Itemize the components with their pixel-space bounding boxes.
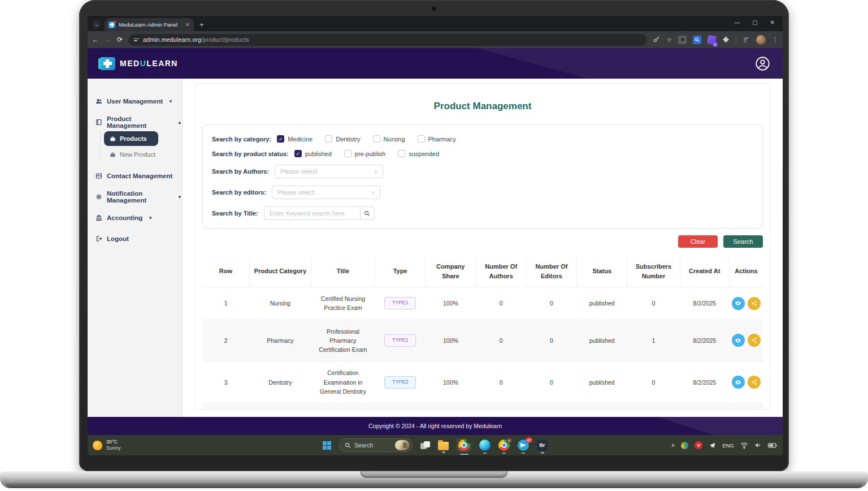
browser-toolbar: ← → ⟳ admin.medulearn.org/product/produc… bbox=[88, 31, 783, 48]
sidebar-item-contact-management[interactable]: Contact Management bbox=[96, 169, 182, 183]
taskbar-weather-widget[interactable]: 30°C Sunny bbox=[93, 439, 121, 452]
webcam-dot bbox=[432, 6, 437, 11]
product-management-submenu: Products New Product bbox=[100, 131, 182, 162]
col-created-at: Created At bbox=[680, 256, 729, 287]
browser-tab-active[interactable]: MeduLearn Admin Panel ✕ bbox=[105, 18, 194, 31]
address-bar[interactable]: admin.medulearn.org/product/products bbox=[128, 34, 647, 46]
chrome-button-active[interactable] bbox=[457, 438, 471, 452]
back-button[interactable]: ← bbox=[92, 36, 99, 44]
laptop-mockup: ⌄ MeduLearn Admin Panel ✕ + — ▢ ✕ ← → ⟳ bbox=[0, 0, 868, 491]
search-extension-icon[interactable] bbox=[693, 36, 701, 44]
file-explorer-button[interactable] bbox=[438, 441, 449, 450]
browser-tabstrip: ⌄ MeduLearn Admin Panel ✕ + — ▢ ✕ bbox=[88, 16, 783, 31]
forward-button[interactable]: → bbox=[105, 36, 111, 44]
browser-profile-avatar[interactable] bbox=[756, 35, 766, 45]
checkbox-icon[interactable] bbox=[398, 150, 405, 157]
tab-close-icon[interactable]: ✕ bbox=[185, 21, 190, 28]
reading-list-icon[interactable] bbox=[743, 36, 750, 44]
sidebar-label: Contact Management bbox=[107, 173, 172, 179]
window-maximize-button[interactable]: ▢ bbox=[752, 19, 757, 25]
chrome-profile2-button[interactable]: A bbox=[498, 440, 510, 451]
sidebar-item-user-management[interactable]: User Management ▼ bbox=[96, 94, 182, 108]
checkbox-medicine[interactable]: ✓Medicine bbox=[277, 135, 313, 143]
taskbar-search[interactable]: Search bbox=[339, 438, 413, 452]
extensions-puzzle-icon[interactable] bbox=[722, 36, 730, 44]
clear-button[interactable]: Clear bbox=[678, 235, 718, 248]
checkbox-published[interactable]: ✓published bbox=[294, 150, 332, 157]
browser-br-button[interactable]: Br bbox=[537, 440, 548, 451]
profile-icon[interactable] bbox=[755, 56, 770, 71]
tray-chevron-up-icon[interactable]: ∧ bbox=[671, 442, 675, 448]
chrome-profile-badge bbox=[466, 438, 472, 443]
title-search-input[interactable] bbox=[264, 206, 360, 220]
telegram-badge: 47 bbox=[526, 437, 532, 443]
site-settings-icon[interactable] bbox=[134, 38, 139, 41]
checkbox-dentistry[interactable]: Dentistry bbox=[325, 135, 360, 143]
bank-icon bbox=[96, 214, 102, 221]
wifi-icon[interactable] bbox=[740, 442, 748, 449]
sidebar-item-notification-management[interactable]: Notification Management ▼ bbox=[96, 190, 182, 204]
checkbox-icon[interactable] bbox=[373, 135, 380, 143]
edge-button[interactable] bbox=[479, 440, 491, 451]
authors-select[interactable]: Please select∨ bbox=[275, 165, 383, 178]
sidebar-item-products[interactable]: Products bbox=[104, 131, 158, 146]
share-button[interactable] bbox=[748, 376, 761, 389]
window-minimize-button[interactable]: — bbox=[734, 19, 740, 25]
col-type: Type bbox=[375, 256, 426, 287]
weather-temp: 30°C bbox=[106, 439, 121, 445]
telegram-button[interactable]: 47 bbox=[518, 440, 529, 451]
checkbox-pharmacy[interactable]: Pharmacy bbox=[418, 135, 457, 143]
task-view-button[interactable] bbox=[420, 441, 430, 449]
medulearn-logo[interactable]: MEDULEARN bbox=[100, 57, 178, 70]
share-button[interactable] bbox=[748, 334, 761, 347]
sidebar-item-new-product[interactable]: New Product bbox=[104, 147, 182, 162]
speaker-icon[interactable] bbox=[754, 442, 762, 449]
share-button[interactable] bbox=[748, 297, 761, 310]
tray-app-icon[interactable] bbox=[681, 442, 688, 449]
sidebar-label: Product Management bbox=[107, 115, 172, 129]
sidebar-item-product-management[interactable]: Product Management ▲ bbox=[96, 115, 182, 129]
language-indicator[interactable]: ENG bbox=[722, 442, 734, 449]
battery-icon[interactable] bbox=[768, 442, 777, 449]
bookmark-star-icon[interactable]: ☆ bbox=[666, 36, 672, 44]
sidebar-item-logout[interactable]: Logout bbox=[96, 232, 182, 246]
sidebar-item-accounting[interactable]: Accounting ▼ bbox=[96, 211, 182, 225]
reload-button[interactable]: ⟳ bbox=[117, 36, 123, 44]
view-button[interactable] bbox=[732, 334, 745, 347]
search-button[interactable]: Search bbox=[723, 235, 763, 248]
checkbox-pre-publish[interactable]: pre-publish bbox=[344, 150, 385, 157]
edge-icon bbox=[479, 440, 491, 451]
laptop-screen-bezel: ⌄ MeduLearn Admin Panel ✕ + — ▢ ✕ ← → ⟳ bbox=[79, 0, 789, 471]
window-close-button[interactable]: ✕ bbox=[770, 19, 775, 25]
checkbox-icon[interactable] bbox=[418, 135, 425, 143]
editors-select[interactable]: Please select∨ bbox=[272, 186, 380, 199]
type-badge: TYPE1 bbox=[384, 334, 416, 347]
title-search-button[interactable] bbox=[360, 206, 375, 220]
filter-label: Search by Authors: bbox=[212, 168, 269, 175]
checkbox-icon[interactable]: ✓ bbox=[294, 150, 302, 157]
checkbox-icon[interactable]: ✓ bbox=[277, 135, 284, 143]
share-nodes-icon bbox=[751, 337, 757, 343]
start-button[interactable] bbox=[323, 441, 331, 450]
type-badge: TYPE1 bbox=[384, 297, 416, 309]
filter-label: Search by product status: bbox=[212, 150, 289, 157]
app-footer: Copyright © 2024 - All right reserved by… bbox=[88, 417, 783, 435]
tray-antivirus-icon[interactable]: V bbox=[695, 441, 702, 449]
table-row: 3 Dentistry Certification Examination in… bbox=[202, 361, 763, 403]
table-header-row: Row Product Category Title Type Company … bbox=[202, 256, 763, 287]
tab-search-icon[interactable]: ⌄ bbox=[92, 20, 101, 29]
tray-telegram-icon[interactable] bbox=[709, 442, 716, 449]
view-button[interactable] bbox=[732, 376, 745, 389]
eye-icon bbox=[735, 379, 741, 386]
view-button[interactable] bbox=[732, 297, 745, 310]
screenshot-extension-icon[interactable] bbox=[678, 36, 687, 44]
browser-menu-icon[interactable]: ⋮ bbox=[772, 36, 778, 44]
vpn-extension-icon[interactable]: 4 bbox=[707, 35, 717, 45]
checkbox-icon[interactable] bbox=[325, 135, 332, 143]
password-key-icon[interactable] bbox=[653, 36, 660, 44]
checkbox-icon[interactable] bbox=[344, 150, 351, 157]
checkbox-nursing[interactable]: Nursing bbox=[373, 135, 405, 143]
filter-label: Search by Title: bbox=[212, 210, 258, 217]
new-tab-button[interactable]: + bbox=[199, 20, 204, 29]
checkbox-suspended[interactable]: suspended bbox=[398, 150, 439, 157]
